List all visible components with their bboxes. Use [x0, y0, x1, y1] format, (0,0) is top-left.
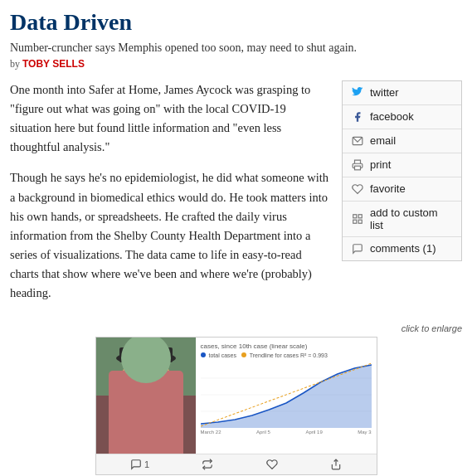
- svg-rect-6: [96, 338, 196, 454]
- article-subtitle: Number-cruncher says Memphis opened too …: [10, 41, 462, 55]
- svg-point-10: [116, 352, 176, 365]
- article-body: One month into Safer at Home, James Ayco…: [10, 80, 330, 315]
- legend-total: total cases: [201, 352, 236, 358]
- chart-title: cases, since 10th case (linear scale): [201, 342, 372, 351]
- list-icon: [351, 212, 364, 226]
- svg-rect-11: [119, 347, 173, 362]
- content-area: One month into Safer at Home, James Ayco…: [10, 80, 462, 315]
- twitter-label: twitter: [370, 86, 399, 99]
- svg-rect-13: [149, 379, 163, 387]
- article-byline: by TOBY SELLS: [10, 58, 462, 70]
- sidebar-item-email[interactable]: email: [343, 129, 461, 153]
- reply-count: 1: [144, 459, 149, 469]
- svg-rect-12: [129, 379, 143, 387]
- xaxis-label-1: March 22: [201, 430, 221, 435]
- svg-rect-5: [353, 220, 357, 223]
- byline-prefix: by: [10, 58, 20, 70]
- facebook-icon: [351, 110, 364, 124]
- sidebar-item-twitter[interactable]: twitter: [343, 81, 461, 105]
- chart-legend: total cases Trendline for cases R² = 0.9…: [201, 352, 372, 358]
- image-area: click to enlarge: [10, 323, 462, 476]
- photo: [96, 338, 196, 454]
- sidebar-item-favorite[interactable]: favorite: [343, 177, 461, 202]
- legend-trendline: Trendline for cases R² = 0.993: [241, 352, 328, 358]
- byline-author-link[interactable]: TOBY SELLS: [22, 58, 85, 70]
- xaxis-label-3: April 19: [305, 430, 322, 435]
- favorite-label: favorite: [370, 182, 406, 195]
- svg-rect-1: [355, 166, 361, 170]
- legend-dot-total: [201, 352, 206, 357]
- favorite-icon: [351, 182, 364, 196]
- comments-label: comments (1): [370, 242, 436, 255]
- facebook-label: facebook: [370, 110, 414, 123]
- sidebar: twitter facebook email print favorite: [342, 80, 462, 261]
- body-paragraph-1: One month into Safer at Home, James Ayco…: [10, 80, 330, 158]
- svg-rect-3: [358, 214, 362, 217]
- article-title: Data Driven: [10, 8, 462, 36]
- share-button[interactable]: [330, 459, 342, 470]
- sidebar-item-comments[interactable]: comments (1): [343, 237, 461, 260]
- like-button[interactable]: [266, 459, 278, 470]
- image-inner: cases, since 10th case (linear scale) to…: [96, 338, 377, 454]
- sidebar-item-custom-list[interactable]: add to custom list: [343, 202, 461, 237]
- xaxis-label-2: April 5: [256, 430, 270, 435]
- svg-rect-4: [358, 220, 362, 223]
- svg-rect-8: [117, 396, 175, 454]
- image-container[interactable]: cases, since 10th case (linear scale) to…: [95, 337, 377, 475]
- sidebar-item-print[interactable]: print: [343, 153, 461, 177]
- print-icon: [351, 158, 364, 172]
- email-icon: [351, 134, 364, 148]
- custom-list-label: add to custom list: [370, 206, 453, 231]
- print-label: print: [370, 158, 391, 171]
- click-to-enlarge[interactable]: click to enlarge: [10, 323, 462, 333]
- svg-point-9: [119, 357, 173, 410]
- chart-svg-area: [201, 362, 372, 428]
- image-actions: 1: [96, 454, 377, 474]
- legend-dot-trendline: [241, 352, 246, 357]
- chart-xaxis: March 22 April 5 April 19 May 3: [201, 430, 372, 435]
- sidebar-item-facebook[interactable]: facebook: [343, 105, 461, 129]
- svg-rect-7: [96, 396, 196, 454]
- reply-button[interactable]: 1: [130, 459, 149, 470]
- email-label: email: [370, 134, 396, 147]
- chart-area: cases, since 10th case (linear scale) to…: [196, 338, 377, 454]
- body-paragraph-2: Though he says he's no epidemiologist, h…: [10, 168, 330, 303]
- svg-rect-2: [353, 214, 357, 217]
- twitter-icon: [351, 86, 364, 100]
- comment-icon: [351, 242, 364, 255]
- xaxis-label-4: May 3: [358, 430, 371, 435]
- retweet-button[interactable]: [202, 459, 213, 470]
